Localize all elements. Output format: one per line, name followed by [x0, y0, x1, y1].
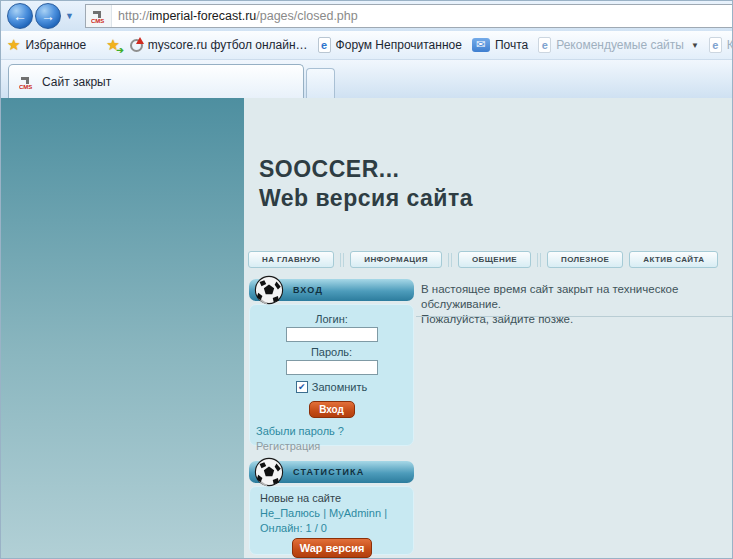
site-closed-message: В настоящее время сайт закрыт на техниче… — [421, 282, 731, 327]
soccer-ball-icon — [254, 457, 284, 487]
browser-window: ← → ▼ CMS http://imperial-forecast.ru/pa… — [0, 0, 733, 559]
chevron-down-icon: ▼ — [691, 41, 699, 50]
ie-page-icon: e — [709, 37, 722, 53]
login-input[interactable] — [286, 327, 378, 342]
nav-separator — [448, 253, 452, 267]
content-divider — [416, 316, 732, 317]
checkmark-icon: ✔ — [298, 382, 306, 392]
statistics-box-title: СТАТИСТИКА — [293, 467, 364, 477]
new-on-site-label: Новые на сайте — [260, 492, 413, 505]
page-content: SOOCCER... Web версия сайта НА ГЛАВНУЮ И… — [244, 98, 732, 558]
site-navigation: НА ГЛАВНУЮ ИНФОРМАЦИЯ ОБЩЕНИЕ ПОЛЕЗНОЕ А… — [248, 251, 718, 268]
login-box-body: Логин: Пароль: ✔ Запомнить Вход Забыли п… — [249, 304, 414, 446]
forgot-password-link[interactable]: Забыли пароль ? — [256, 425, 344, 437]
page-title: SOOCCER... Web версия сайта — [259, 155, 473, 213]
soccer-ball-icon — [254, 275, 284, 305]
statistics-box: СТАТИСТИКА Новые на сайте Не_Палюсь | My… — [249, 461, 414, 555]
remember-checkbox[interactable]: ✔ — [296, 381, 308, 393]
tab-bar: CMS Сайт закрыт — [1, 60, 733, 98]
forward-button[interactable]: → — [35, 3, 61, 29]
password-input[interactable] — [286, 360, 378, 375]
login-submit-button[interactable]: Вход — [309, 401, 355, 418]
favorites-bar: ★ Избранное ★ ➔ myscore.ru футбол онлайн… — [1, 31, 733, 60]
myscore-favicon-icon — [130, 39, 143, 52]
forward-arrow-icon: → — [41, 8, 55, 24]
registration-link[interactable]: Регистрация — [256, 440, 320, 452]
wap-version-button[interactable]: Wap версия — [292, 538, 372, 558]
new-tab-button[interactable] — [306, 68, 335, 98]
nav-separator — [537, 253, 541, 267]
favorite-link-collection[interactable]: e Коллекция — [709, 37, 733, 53]
password-label: Пароль: — [250, 346, 413, 358]
statistics-box-header: СТАТИСТИКА — [249, 461, 414, 483]
ie-page-icon: e — [318, 37, 331, 53]
remember-row: ✔ Запомнить — [250, 381, 413, 393]
suggested-sites-button[interactable]: e Рекомендуемые сайты ▼ — [538, 37, 699, 53]
add-favorite-arrow-icon: ➔ — [116, 45, 124, 55]
nav-button-site-assets[interactable]: АКТИВ САЙТА — [629, 251, 718, 268]
user-link[interactable]: Не_Палюсь — [260, 507, 320, 519]
nav-button-information[interactable]: ИНФОРМАЦИЯ — [350, 251, 442, 268]
favorite-link-mail[interactable]: ✉ Почта — [472, 38, 528, 52]
cms-favicon-icon: CMS — [19, 74, 35, 90]
favorites-button[interactable]: ★ Избранное — [7, 36, 86, 54]
login-label: Логин: — [250, 313, 413, 325]
new-users-line: Не_Палюсь | MyAdminn | — [260, 507, 413, 520]
svg-text:CMS: CMS — [91, 18, 104, 24]
address-bar[interactable]: CMS http://imperial-forecast.ru/pages/cl… — [85, 4, 733, 28]
ie-page-icon: e — [538, 37, 551, 53]
online-counter: Онлайн: 1 / 0 — [260, 522, 413, 535]
nav-separator — [340, 253, 344, 267]
tab-title: Сайт закрыт — [42, 75, 111, 89]
url-text: http://imperial-forecast.ru/pages/closed… — [118, 9, 358, 23]
page-background-gradient — [1, 98, 244, 559]
star-icon: ★ — [7, 36, 20, 54]
browser-toolbar: ← → ▼ CMS http://imperial-forecast.ru/pa… — [1, 1, 733, 31]
svg-text:CMS: CMS — [19, 84, 32, 90]
nav-button-useful[interactable]: ПОЛЕЗНОЕ — [547, 251, 623, 268]
tab-site-closed[interactable]: CMS Сайт закрыт — [8, 64, 304, 98]
remember-label: Запомнить — [312, 381, 367, 393]
login-box-title: ВХОД — [293, 285, 323, 295]
recent-pages-dropdown-icon[interactable]: ▼ — [65, 11, 74, 21]
add-to-favorites-bar-button[interactable]: ★ ➔ — [106, 36, 119, 54]
favorite-link-forum[interactable]: e Форум Непрочитанное — [318, 37, 462, 53]
cms-favicon-icon: CMS — [91, 8, 107, 24]
back-button[interactable]: ← — [7, 3, 33, 29]
back-arrow-icon: ← — [13, 8, 27, 24]
favorite-link-myscore[interactable]: myscore.ru футбол онлайн… — [130, 38, 308, 52]
user-link[interactable]: MyAdminn — [329, 507, 381, 519]
mail-icon: ✉ — [472, 38, 490, 52]
statistics-box-body: Новые на сайте Не_Палюсь | MyAdminn | Он… — [249, 486, 414, 555]
nav-button-communication[interactable]: ОБЩЕНИЕ — [458, 251, 531, 268]
login-box-header: ВХОД — [249, 279, 414, 301]
login-box: ВХОД Логин: Пароль: ✔ Запомнить Вход Заб… — [249, 279, 414, 446]
nav-button-home[interactable]: НА ГЛАВНУЮ — [248, 251, 334, 268]
login-links: Забыли пароль ? Регистрация — [250, 418, 413, 452]
